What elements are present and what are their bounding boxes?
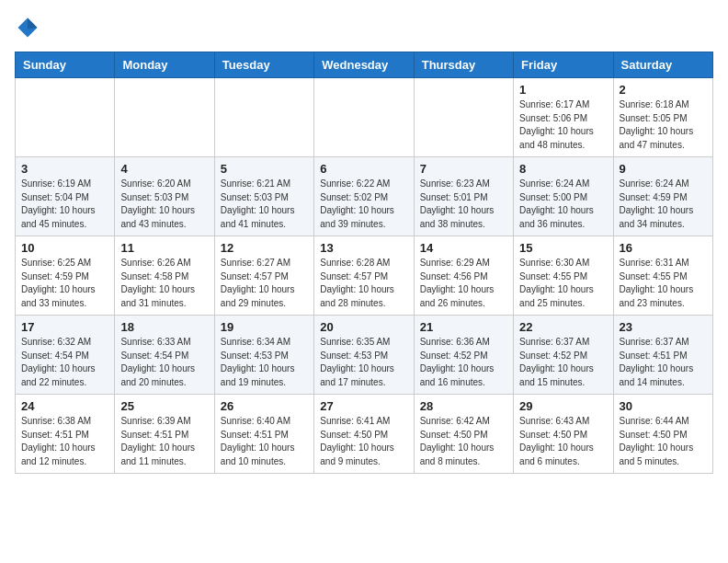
calendar-cell: 2Sunrise: 6:18 AM Sunset: 5:05 PM Daylig…	[613, 78, 712, 157]
logo-icon	[15, 15, 40, 40]
day-info: Sunrise: 6:24 AM Sunset: 4:59 PM Dayligh…	[620, 178, 707, 231]
calendar-cell: 15Sunrise: 6:30 AM Sunset: 4:55 PM Dayli…	[514, 236, 613, 316]
weekday-header: Thursday	[414, 52, 513, 78]
day-number: 30	[620, 399, 707, 413]
weekday-header: Saturday	[613, 52, 712, 78]
day-number: 5	[221, 162, 308, 176]
day-info: Sunrise: 6:28 AM Sunset: 4:57 PM Dayligh…	[320, 257, 407, 310]
day-info: Sunrise: 6:21 AM Sunset: 5:03 PM Dayligh…	[221, 178, 308, 231]
day-info: Sunrise: 6:17 AM Sunset: 5:06 PM Dayligh…	[519, 98, 607, 152]
calendar-week-row: 17Sunrise: 6:32 AM Sunset: 4:54 PM Dayli…	[16, 316, 713, 395]
day-number: 26	[221, 399, 308, 413]
day-info: Sunrise: 6:30 AM Sunset: 4:55 PM Dayligh…	[519, 257, 607, 310]
calendar-cell: 28Sunrise: 6:42 AM Sunset: 4:50 PM Dayli…	[414, 395, 513, 474]
calendar-cell	[115, 78, 214, 157]
weekday-header: Sunday	[16, 52, 115, 78]
day-info: Sunrise: 6:25 AM Sunset: 4:59 PM Dayligh…	[21, 257, 108, 310]
calendar-cell: 21Sunrise: 6:36 AM Sunset: 4:52 PM Dayli…	[414, 316, 513, 395]
day-number: 27	[320, 399, 407, 413]
day-number: 9	[620, 162, 707, 176]
calendar-week-row: 10Sunrise: 6:25 AM Sunset: 4:59 PM Dayli…	[16, 236, 713, 316]
day-info: Sunrise: 6:41 AM Sunset: 4:50 PM Dayligh…	[320, 415, 407, 468]
day-info: Sunrise: 6:34 AM Sunset: 4:53 PM Dayligh…	[221, 336, 308, 389]
day-number: 25	[120, 399, 208, 413]
day-info: Sunrise: 6:29 AM Sunset: 4:56 PM Dayligh…	[420, 257, 507, 310]
day-number: 11	[120, 241, 208, 255]
day-info: Sunrise: 6:18 AM Sunset: 5:05 PM Dayligh…	[620, 98, 707, 152]
day-info: Sunrise: 6:44 AM Sunset: 4:50 PM Dayligh…	[620, 415, 707, 468]
calendar-cell: 7Sunrise: 6:23 AM Sunset: 5:01 PM Daylig…	[414, 157, 513, 236]
weekday-header: Wednesday	[314, 52, 414, 78]
day-number: 16	[620, 241, 707, 255]
page-header	[15, 15, 713, 40]
day-info: Sunrise: 6:19 AM Sunset: 5:04 PM Dayligh…	[21, 178, 108, 231]
day-info: Sunrise: 6:39 AM Sunset: 4:51 PM Dayligh…	[120, 415, 208, 468]
calendar-cell	[16, 78, 115, 157]
calendar-cell	[214, 78, 313, 157]
day-number: 3	[21, 162, 108, 176]
day-info: Sunrise: 6:40 AM Sunset: 4:51 PM Dayligh…	[221, 415, 308, 468]
weekday-header: Friday	[514, 52, 613, 78]
weekday-header: Tuesday	[214, 52, 313, 78]
day-info: Sunrise: 6:37 AM Sunset: 4:51 PM Dayligh…	[620, 336, 707, 389]
calendar-cell: 22Sunrise: 6:37 AM Sunset: 4:52 PM Dayli…	[514, 316, 613, 395]
day-number: 18	[120, 320, 208, 334]
day-info: Sunrise: 6:36 AM Sunset: 4:52 PM Dayligh…	[420, 336, 507, 389]
day-number: 17	[21, 320, 108, 334]
calendar-cell: 8Sunrise: 6:24 AM Sunset: 5:00 PM Daylig…	[514, 157, 613, 236]
day-number: 15	[519, 241, 607, 255]
day-number: 28	[420, 399, 507, 413]
day-info: Sunrise: 6:42 AM Sunset: 4:50 PM Dayligh…	[420, 415, 507, 468]
calendar-cell: 10Sunrise: 6:25 AM Sunset: 4:59 PM Dayli…	[16, 236, 115, 316]
weekday-header: Monday	[115, 52, 214, 78]
calendar-cell: 20Sunrise: 6:35 AM Sunset: 4:53 PM Dayli…	[314, 316, 414, 395]
calendar-cell: 5Sunrise: 6:21 AM Sunset: 5:03 PM Daylig…	[214, 157, 313, 236]
day-info: Sunrise: 6:22 AM Sunset: 5:02 PM Dayligh…	[320, 178, 407, 231]
day-number: 20	[320, 320, 407, 334]
day-number: 14	[420, 241, 507, 255]
calendar-week-row: 1Sunrise: 6:17 AM Sunset: 5:06 PM Daylig…	[16, 78, 713, 157]
day-number: 19	[221, 320, 308, 334]
day-info: Sunrise: 6:23 AM Sunset: 5:01 PM Dayligh…	[420, 178, 507, 231]
calendar-cell: 9Sunrise: 6:24 AM Sunset: 4:59 PM Daylig…	[613, 157, 712, 236]
day-number: 1	[519, 83, 607, 97]
day-number: 24	[21, 399, 108, 413]
calendar-cell: 14Sunrise: 6:29 AM Sunset: 4:56 PM Dayli…	[414, 236, 513, 316]
day-number: 21	[420, 320, 507, 334]
calendar-cell: 16Sunrise: 6:31 AM Sunset: 4:55 PM Dayli…	[613, 236, 712, 316]
day-number: 2	[620, 83, 707, 97]
calendar-cell	[414, 78, 513, 157]
day-number: 22	[519, 320, 607, 334]
day-number: 12	[221, 241, 308, 255]
day-number: 7	[420, 162, 507, 176]
calendar-cell: 6Sunrise: 6:22 AM Sunset: 5:02 PM Daylig…	[314, 157, 414, 236]
day-number: 6	[320, 162, 407, 176]
calendar-cell: 17Sunrise: 6:32 AM Sunset: 4:54 PM Dayli…	[16, 316, 115, 395]
day-info: Sunrise: 6:38 AM Sunset: 4:51 PM Dayligh…	[21, 415, 108, 468]
calendar-cell: 23Sunrise: 6:37 AM Sunset: 4:51 PM Dayli…	[613, 316, 712, 395]
day-info: Sunrise: 6:24 AM Sunset: 5:00 PM Dayligh…	[519, 178, 607, 231]
day-number: 29	[519, 399, 607, 413]
calendar-cell: 29Sunrise: 6:43 AM Sunset: 4:50 PM Dayli…	[514, 395, 613, 474]
day-number: 4	[120, 162, 208, 176]
calendar-cell: 12Sunrise: 6:27 AM Sunset: 4:57 PM Dayli…	[214, 236, 313, 316]
calendar-cell: 11Sunrise: 6:26 AM Sunset: 4:58 PM Dayli…	[115, 236, 214, 316]
day-info: Sunrise: 6:33 AM Sunset: 4:54 PM Dayligh…	[120, 336, 208, 389]
day-info: Sunrise: 6:43 AM Sunset: 4:50 PM Dayligh…	[519, 415, 607, 468]
calendar-cell: 18Sunrise: 6:33 AM Sunset: 4:54 PM Dayli…	[115, 316, 214, 395]
calendar-week-row: 24Sunrise: 6:38 AM Sunset: 4:51 PM Dayli…	[16, 395, 713, 474]
day-info: Sunrise: 6:20 AM Sunset: 5:03 PM Dayligh…	[120, 178, 208, 231]
calendar-cell	[314, 78, 414, 157]
day-number: 8	[519, 162, 607, 176]
day-info: Sunrise: 6:37 AM Sunset: 4:52 PM Dayligh…	[519, 336, 607, 389]
calendar-cell: 1Sunrise: 6:17 AM Sunset: 5:06 PM Daylig…	[514, 78, 613, 157]
day-info: Sunrise: 6:26 AM Sunset: 4:58 PM Dayligh…	[120, 257, 208, 310]
day-number: 23	[620, 320, 707, 334]
calendar-cell: 25Sunrise: 6:39 AM Sunset: 4:51 PM Dayli…	[115, 395, 214, 474]
calendar-cell: 24Sunrise: 6:38 AM Sunset: 4:51 PM Dayli…	[16, 395, 115, 474]
calendar-cell: 26Sunrise: 6:40 AM Sunset: 4:51 PM Dayli…	[214, 395, 313, 474]
calendar-header-row: SundayMondayTuesdayWednesdayThursdayFrid…	[16, 52, 713, 78]
calendar-cell: 30Sunrise: 6:44 AM Sunset: 4:50 PM Dayli…	[613, 395, 712, 474]
calendar-cell: 3Sunrise: 6:19 AM Sunset: 5:04 PM Daylig…	[16, 157, 115, 236]
day-info: Sunrise: 6:27 AM Sunset: 4:57 PM Dayligh…	[221, 257, 308, 310]
